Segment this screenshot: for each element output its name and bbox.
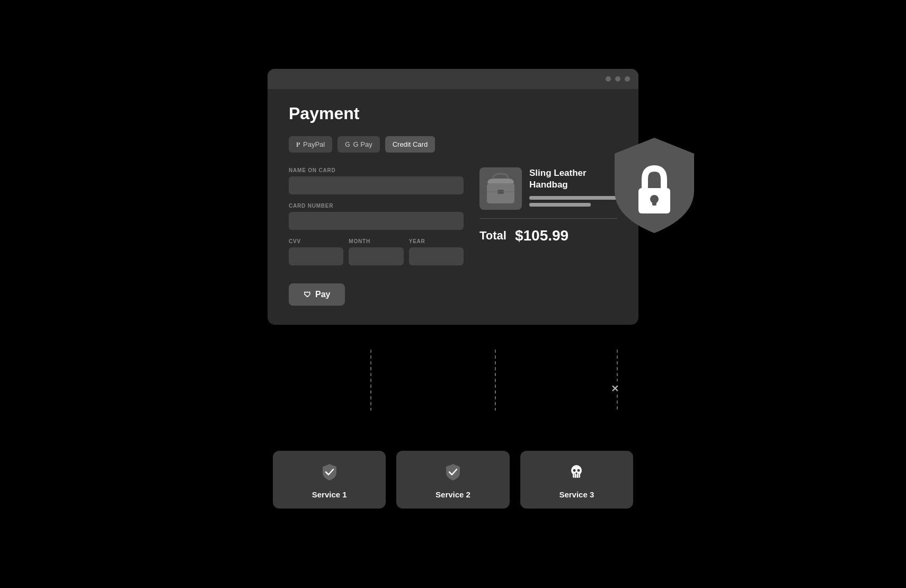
- paypal-label: PayPal: [303, 140, 325, 148]
- cvv-field: CVV: [289, 238, 343, 265]
- service-2-icon: [441, 460, 465, 484]
- pay-button-label: Pay: [315, 290, 330, 299]
- browser-dots: [606, 76, 630, 82]
- cvv-input[interactable]: [289, 247, 343, 265]
- services-row: Service 1 Service 2: [273, 451, 633, 509]
- browser-dot-1: [606, 76, 611, 82]
- product-image: [479, 167, 522, 210]
- product-bar-2: [529, 203, 591, 207]
- browser-dot-2: [615, 76, 620, 82]
- handbag-illustration: [482, 170, 520, 208]
- creditcard-label: Credit Card: [393, 140, 428, 148]
- svg-text:✕: ✕: [611, 384, 619, 394]
- product-section: Sling Leather Handbag Total $105.99: [479, 167, 617, 306]
- paypal-button[interactable]: 𝐏 PayPal: [289, 136, 332, 153]
- pay-button[interactable]: 🛡 Pay: [289, 283, 345, 306]
- cardnumber-field: CARD NUMBER: [289, 203, 464, 230]
- year-field: YEAR: [409, 238, 464, 265]
- browser-dot-3: [625, 76, 630, 82]
- payment-main: NAME ON CARD CARD NUMBER CVV MONTH: [289, 167, 617, 306]
- year-label: YEAR: [409, 238, 464, 244]
- service-3-label: Service 3: [559, 490, 594, 499]
- cvv-label: CVV: [289, 238, 343, 244]
- name-input[interactable]: [289, 176, 464, 194]
- name-label: NAME ON CARD: [289, 167, 464, 173]
- service-2-box: Service 2: [396, 451, 509, 509]
- month-field: MONTH: [349, 238, 403, 265]
- browser-titlebar: [268, 69, 638, 89]
- name-field: NAME ON CARD: [289, 167, 464, 194]
- service-3-icon: [565, 460, 588, 484]
- scene: ✕ Payment 𝐏 PayPal G G Pay: [215, 69, 691, 519]
- svg-point-14: [573, 469, 576, 472]
- service-1-label: Service 1: [312, 490, 347, 499]
- month-input[interactable]: [349, 247, 403, 265]
- gpay-label: G Pay: [353, 140, 372, 148]
- form-row-cvv-date: CVV MONTH YEAR: [289, 238, 464, 274]
- browser-window: Payment 𝐏 PayPal G G Pay Credit Card: [268, 69, 638, 325]
- total-amount: $105.99: [515, 227, 569, 244]
- svg-rect-11: [652, 199, 656, 206]
- product-divider: [479, 218, 617, 219]
- cardnumber-label: CARD NUMBER: [289, 203, 464, 209]
- total-row: Total $105.99: [479, 227, 617, 244]
- card-form: NAME ON CARD CARD NUMBER CVV MONTH: [289, 167, 464, 306]
- payment-methods: 𝐏 PayPal G G Pay Credit Card: [289, 136, 617, 153]
- paypal-icon: 𝐏: [296, 141, 300, 148]
- service-1-box: Service 1: [273, 451, 386, 509]
- gpay-icon: G: [345, 141, 350, 148]
- cardnumber-input[interactable]: [289, 212, 464, 230]
- month-label: MONTH: [349, 238, 403, 244]
- security-shield: [601, 132, 707, 238]
- year-input[interactable]: [409, 247, 464, 265]
- service-2-label: Service 2: [436, 490, 470, 499]
- product-card: Sling Leather Handbag: [479, 167, 617, 210]
- browser-content: Payment 𝐏 PayPal G G Pay Credit Card: [268, 89, 638, 325]
- svg-point-15: [578, 469, 580, 472]
- page-title: Payment: [289, 104, 617, 123]
- creditcard-button[interactable]: Credit Card: [385, 136, 435, 153]
- service-1-icon: [318, 460, 341, 484]
- shield-svg: [601, 132, 707, 238]
- gpay-button[interactable]: G G Pay: [337, 136, 379, 153]
- total-label: Total: [479, 229, 507, 243]
- pay-shield-icon: 🛡: [304, 290, 311, 299]
- service-3-box: Service 3: [520, 451, 633, 509]
